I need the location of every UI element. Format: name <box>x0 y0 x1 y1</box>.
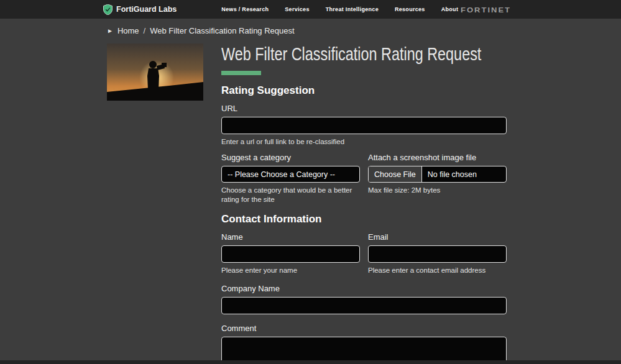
section-contact-information: Contact Information <box>221 213 507 225</box>
top-navbar: FortiGuard Labs News / Research Services… <box>0 0 621 19</box>
nav-item-about[interactable]: About <box>441 6 459 12</box>
title-underline <box>221 71 261 75</box>
name-input[interactable] <box>221 245 360 263</box>
breadcrumb-separator: / <box>144 26 146 35</box>
page-title: Web Filter Classification Rating Request <box>221 43 444 64</box>
choose-file-button[interactable]: Choose File <box>369 166 422 182</box>
url-input[interactable] <box>221 117 507 134</box>
fortiguard-labs-logo[interactable]: FortiGuard Labs <box>103 4 177 15</box>
category-label: Suggest a category <box>221 153 360 162</box>
name-help-text: Please enter your name <box>221 266 360 275</box>
file-chosen-status: No file chosen <box>422 166 482 182</box>
nav-item-news-research[interactable]: News / Research <box>221 6 269 12</box>
content-column: Web Filter Classification Rating Request… <box>221 43 507 364</box>
url-label: URL <box>221 104 507 113</box>
main-nav: News / Research Services Threat Intellig… <box>221 6 458 12</box>
article-thumbnail-image <box>107 43 203 101</box>
email-input[interactable] <box>368 245 507 263</box>
breadcrumb-current: Web Filter Classification Rating Request <box>150 26 294 35</box>
breadcrumb-home-link[interactable]: Home <box>117 26 139 35</box>
section-rating-suggestion: Rating Suggestion <box>221 84 507 97</box>
category-selected-value: -- Please Choose a Category -- <box>228 170 335 179</box>
nav-item-resources[interactable]: Resources <box>395 6 425 12</box>
nav-item-threat-intelligence[interactable]: Threat Intelligence <box>326 6 379 12</box>
screenshot-file-input[interactable]: Choose File No file chosen <box>368 166 507 183</box>
email-help-text: Please enter a contact email address <box>368 266 507 275</box>
breadcrumb: ► Home / Web Filter Classification Ratin… <box>107 26 621 35</box>
fortiguard-shield-icon <box>103 4 113 15</box>
nav-item-services[interactable]: Services <box>285 6 309 12</box>
name-label: Name <box>221 232 360 242</box>
breadcrumb-arrow-icon: ► <box>107 27 113 34</box>
brand-name: FortiGuard Labs <box>116 5 177 14</box>
category-help-text: Choose a category that would be a better… <box>221 186 360 204</box>
footer-strip <box>0 360 621 364</box>
fortinet-logo[interactable]: FORTINET <box>461 5 511 14</box>
comment-label: Comment <box>221 324 507 333</box>
email-label: Email <box>368 232 507 242</box>
category-select[interactable]: -- Please Choose a Category -- <box>221 166 360 183</box>
file-help-text: Max file size: 2M bytes <box>368 186 507 194</box>
main-content: Web Filter Classification Rating Request… <box>0 35 621 364</box>
screenshot-file-label: Attach a screenshot image file <box>368 153 507 162</box>
company-name-label: Company Name <box>221 284 507 293</box>
company-name-input[interactable] <box>221 297 507 314</box>
url-help-text: Enter a url or full link to be re-classi… <box>221 137 507 146</box>
